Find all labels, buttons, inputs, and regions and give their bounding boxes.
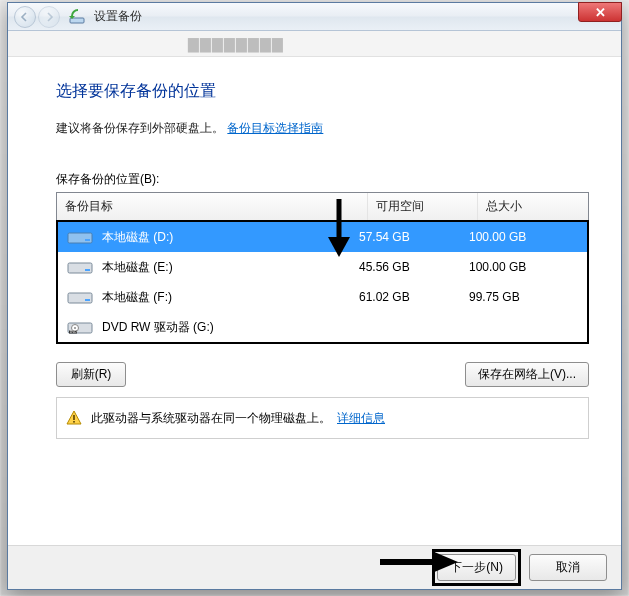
recommendation-text: 建议将备份保存到外部硬盘上。	[56, 121, 224, 135]
recommendation-row: 建议将备份保存到外部硬盘上。 备份目标选择指南	[56, 120, 599, 137]
content-area: 选择要保存备份的位置 建议将备份保存到外部硬盘上。 备份目标选择指南 保存备份的…	[8, 57, 621, 545]
close-button[interactable]: ✕	[578, 2, 622, 22]
svg-point-9	[74, 327, 76, 329]
drive-free: 61.02 GB	[359, 290, 469, 304]
drive-name: 本地磁盘 (D:)	[102, 229, 173, 246]
guidelines-link[interactable]: 备份目标选择指南	[227, 121, 323, 135]
svg-rect-1	[68, 233, 92, 243]
drive-name: DVD RW 驱动器 (G:)	[102, 319, 214, 336]
close-icon: ✕	[595, 5, 606, 20]
annotation-box-next: 下一步(N)	[432, 549, 521, 586]
drive-name: 本地磁盘 (F:)	[102, 289, 172, 306]
dialog-window: 设置备份 ✕ ▇▇▇▇▇▇▇▇ 选择要保存备份的位置 建议将备份保存到外部硬盘上…	[7, 2, 622, 590]
drive-free: 45.56 GB	[359, 260, 469, 274]
next-button[interactable]: 下一步(N)	[437, 554, 516, 581]
hard-drive-icon	[66, 258, 94, 276]
svg-text:DVD: DVD	[70, 330, 77, 334]
page-heading: 选择要保存备份的位置	[56, 81, 599, 102]
list-header: 备份目标 可用空间 总大小	[57, 193, 588, 221]
titlebar: 设置备份 ✕	[8, 3, 621, 31]
cancel-button[interactable]: 取消	[529, 554, 607, 581]
warning-text: 此驱动器与系统驱动器在同一个物理磁盘上。	[91, 410, 331, 427]
save-on-network-button[interactable]: 保存在网络上(V)...	[465, 362, 589, 387]
warning-panel: 此驱动器与系统驱动器在同一个物理磁盘上。 详细信息	[56, 397, 589, 439]
drive-row[interactable]: 本地磁盘 (E:)45.56 GB100.00 GB	[58, 252, 587, 282]
annotation-box-list: 本地磁盘 (D:)57.54 GB100.00 GB本地磁盘 (E:)45.56…	[56, 220, 589, 344]
hard-drive-icon	[66, 228, 94, 246]
list-label: 保存备份的位置(B):	[56, 171, 599, 188]
dvd-drive-icon: DVD	[66, 318, 94, 336]
drive-total: 99.75 GB	[469, 290, 579, 304]
drive-free: 57.54 GB	[359, 230, 469, 244]
svg-rect-4	[85, 269, 90, 271]
forward-button[interactable]	[38, 6, 60, 28]
drive-row[interactable]: 本地磁盘 (D:)57.54 GB100.00 GB	[58, 222, 587, 252]
svg-rect-6	[85, 299, 90, 301]
drive-total: 100.00 GB	[469, 230, 579, 244]
col-header-total[interactable]: 总大小	[478, 193, 588, 220]
details-link[interactable]: 详细信息	[337, 410, 385, 427]
col-header-name[interactable]: 备份目标	[57, 193, 368, 220]
back-button[interactable]	[14, 6, 36, 28]
dialog-footer: 下一步(N) 取消	[8, 545, 621, 589]
list-buttons-row: 刷新(R) 保存在网络上(V)...	[56, 362, 589, 387]
drive-list: 备份目标 可用空间 总大小 本地磁盘 (D:)57.54 GB100.00 GB…	[56, 192, 589, 344]
backup-icon	[68, 9, 88, 25]
drive-name: 本地磁盘 (E:)	[102, 259, 173, 276]
refresh-button[interactable]: 刷新(R)	[56, 362, 126, 387]
window-title: 设置备份	[94, 8, 142, 25]
ghost-breadcrumb: ▇▇▇▇▇▇▇▇	[8, 31, 621, 57]
svg-rect-5	[68, 293, 92, 303]
svg-rect-12	[73, 415, 75, 420]
drive-row[interactable]: DVDDVD RW 驱动器 (G:)	[58, 312, 587, 342]
drive-total: 100.00 GB	[469, 260, 579, 274]
svg-rect-13	[73, 421, 75, 423]
nav-buttons	[8, 6, 60, 28]
drive-row[interactable]: 本地磁盘 (F:)61.02 GB99.75 GB	[58, 282, 587, 312]
warning-icon	[65, 409, 83, 427]
col-header-free[interactable]: 可用空间	[368, 193, 478, 220]
hard-drive-icon	[66, 288, 94, 306]
svg-rect-3	[68, 263, 92, 273]
svg-rect-2	[85, 239, 90, 241]
